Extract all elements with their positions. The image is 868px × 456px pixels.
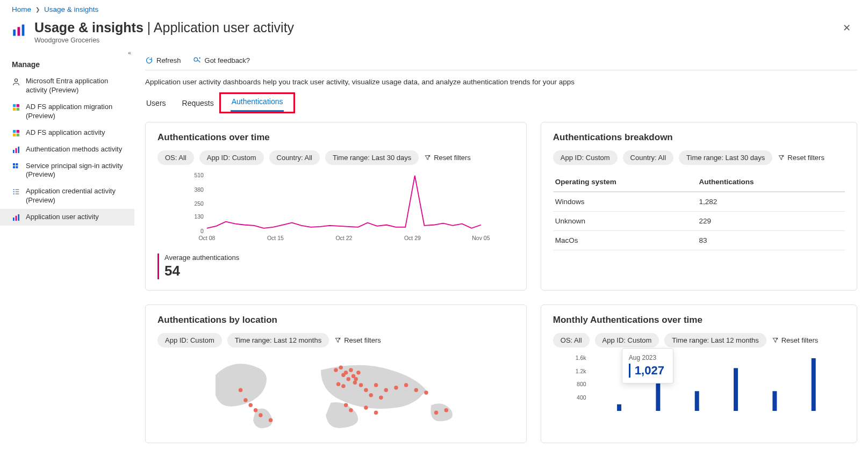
insights-icon	[12, 22, 27, 37]
svg-rect-15	[13, 163, 15, 165]
sidebar-item[interactable]: Application user activity	[0, 209, 134, 226]
sidebar-item-label: Application credential activity (Preview…	[26, 187, 127, 205]
sidebar-item[interactable]: AD FS application activity	[0, 125, 134, 141]
svg-rect-14	[18, 147, 19, 153]
svg-point-53	[379, 396, 383, 400]
filter-row: App ID: CustomCountry: AllTime range: La…	[553, 150, 845, 165]
chart-tooltip: Aug 2023 1,027	[622, 348, 673, 383]
tab-highlight: Authentications	[219, 92, 296, 113]
filter-chip[interactable]: Time range: Last 12 months	[664, 333, 766, 348]
sidebar-item[interactable]: AD FS application migration (Preview)	[0, 99, 134, 125]
svg-point-22	[194, 57, 198, 61]
table-row[interactable]: MacOs83	[553, 231, 845, 250]
cell-os: Unknown	[555, 217, 699, 225]
page-title-main: Usage & insights	[34, 20, 144, 35]
svg-point-35	[249, 403, 253, 407]
cell-os: Windows	[555, 198, 699, 206]
breadcrumb-current[interactable]: Usage & insights	[44, 5, 98, 13]
card-title: Authentications breakdown	[553, 132, 845, 143]
feedback-button[interactable]: Got feedback?	[193, 56, 250, 64]
filter-row: OS: AllApp ID: CustomCountry: AllTime ra…	[157, 150, 514, 165]
reset-filters-button[interactable]: Reset filters	[778, 154, 824, 162]
tab[interactable]: Requests	[181, 96, 215, 112]
svg-point-49	[359, 383, 363, 387]
collapse-sidebar-button[interactable]: «	[128, 49, 131, 56]
filter-chip[interactable]: Time range: Last 30 days	[325, 150, 419, 165]
svg-point-42	[344, 371, 348, 374]
svg-point-64	[444, 408, 448, 412]
page-tenant: Woodgrove Groceries	[34, 37, 294, 44]
svg-text:250: 250	[194, 200, 204, 207]
svg-text:0: 0	[200, 228, 204, 234]
sidebar-item-icon	[12, 103, 20, 112]
sidebar-heading: Manage	[0, 52, 134, 73]
sidebar-item-label: Authentication methods activity	[26, 145, 122, 154]
breadcrumb-home[interactable]: Home	[12, 5, 31, 13]
card-monthly-auth: Monthly Authentications over time OS: Al…	[541, 305, 857, 443]
filter-chip[interactable]: App ID: Custom	[199, 150, 264, 165]
sidebar-item-icon	[12, 162, 20, 171]
filter-chip[interactable]: Country: All	[623, 150, 673, 165]
card-auth-over-time: Authentications over time OS: AllApp ID:…	[145, 122, 527, 291]
close-button[interactable]: ✕	[837, 20, 856, 36]
svg-point-60	[349, 408, 353, 412]
svg-point-39	[334, 368, 338, 372]
card-title: Authentications by location	[157, 315, 514, 325]
page-title-sep: |	[144, 20, 154, 35]
reset-filters-button[interactable]: Reset filters	[772, 336, 819, 344]
svg-point-66	[341, 384, 345, 388]
tab[interactable]: Users	[145, 96, 167, 112]
svg-point-34	[243, 398, 247, 402]
sidebar-item[interactable]: Authentication methods activity	[0, 141, 134, 158]
svg-rect-6	[13, 107, 16, 110]
tooltip-bar-icon	[629, 364, 630, 378]
refresh-icon	[145, 56, 153, 64]
sidebar-item-icon	[12, 213, 20, 222]
svg-rect-71	[617, 404, 621, 411]
sidebar-item[interactable]: Microsoft Entra application activity (Pr…	[0, 73, 134, 99]
svg-point-37	[259, 413, 262, 417]
cell-os: MacOs	[555, 236, 699, 244]
svg-rect-12	[13, 150, 15, 153]
sidebar-item[interactable]: Application credential activity (Preview…	[0, 183, 134, 209]
card-title: Monthly Authentications over time	[553, 315, 845, 325]
sidebar-item[interactable]: Service principal sign-in activity (Prev…	[0, 158, 134, 184]
svg-point-65	[336, 382, 340, 386]
svg-point-46	[353, 381, 357, 385]
reset-filters-button[interactable]: Reset filters	[334, 336, 381, 344]
filter-row: App ID: CustomTime range: Last 12 months…	[157, 333, 514, 348]
svg-point-36	[254, 408, 257, 412]
filter-clear-icon	[772, 337, 779, 344]
col-os: Operating system	[555, 178, 699, 186]
tooltip-value: 1,027	[635, 364, 664, 378]
filter-chip[interactable]: Country: All	[269, 150, 320, 165]
reset-filters-button[interactable]: Reset filters	[424, 154, 471, 162]
svg-point-48	[354, 377, 358, 381]
sidebar-item-label: Microsoft Entra application activity (Pr…	[26, 77, 127, 95]
filter-chip[interactable]: Time range: Last 30 days	[679, 150, 772, 165]
svg-point-63	[434, 411, 438, 415]
svg-point-43	[347, 377, 350, 381]
filter-chip[interactable]: OS: All	[553, 333, 590, 348]
feedback-icon	[193, 56, 202, 64]
cell-count: 229	[699, 217, 843, 225]
svg-text:Oct 29: Oct 29	[404, 235, 421, 241]
sidebar: « Manage Microsoft Entra application act…	[0, 49, 134, 443]
table-row[interactable]: Unknown229	[553, 212, 845, 231]
svg-point-50	[364, 388, 368, 392]
filter-chip[interactable]: App ID: Custom	[157, 333, 222, 348]
svg-rect-2	[22, 25, 25, 36]
world-map	[157, 355, 514, 430]
svg-rect-13	[16, 148, 17, 153]
tab[interactable]: Authentications	[231, 94, 284, 112]
sidebar-item-icon	[12, 77, 20, 86]
refresh-button[interactable]: Refresh	[145, 56, 181, 64]
table-row[interactable]: Windows1,282	[553, 192, 845, 212]
filter-chip[interactable]: App ID: Custom	[553, 150, 618, 165]
svg-point-51	[369, 393, 373, 397]
svg-point-3	[15, 79, 17, 82]
filter-chip[interactable]: App ID: Custom	[595, 333, 659, 348]
filter-chip[interactable]: Time range: Last 12 months	[227, 333, 329, 348]
filter-chip[interactable]: OS: All	[157, 150, 194, 165]
svg-point-33	[239, 388, 242, 392]
